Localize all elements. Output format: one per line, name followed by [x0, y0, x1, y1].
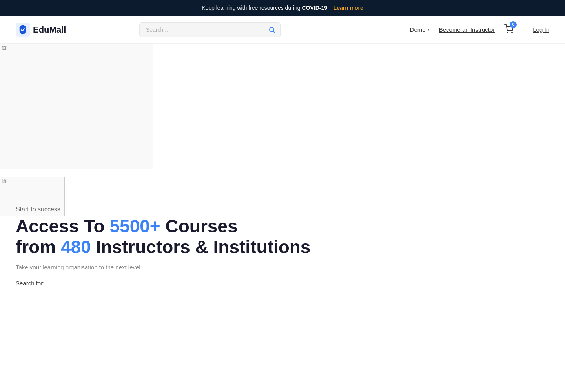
announcement-text: Keep learning with free resources during: [202, 5, 302, 11]
hero-title-part3: from: [16, 237, 61, 257]
demo-nav-link[interactable]: Demo ▾: [410, 26, 430, 33]
cart-badge: 0: [510, 21, 517, 28]
logo-icon: [16, 23, 30, 37]
hero-title-part2: Courses: [160, 216, 238, 236]
hero-title: Access To 5500+ Courses from 480 Instruc…: [16, 216, 549, 258]
broken-image-icon: 🖼: [2, 45, 7, 51]
search-wrapper: [139, 22, 281, 37]
search-for-label: Search for:: [16, 280, 549, 287]
logo[interactable]: EduMall: [16, 23, 71, 37]
hero-title-highlight1: 5500+: [109, 216, 160, 236]
logo-text: EduMall: [33, 25, 66, 35]
svg-line-2: [273, 31, 275, 33]
hero-section: 🖼 🖼 Start to success Access To 5500+ Cou…: [0, 44, 565, 287]
nav-right: Demo ▾ Become an Instructor 0 Log In: [410, 24, 549, 35]
nav-divider: [523, 25, 523, 34]
svg-point-4: [512, 32, 512, 33]
search-button[interactable]: [263, 22, 281, 37]
hero-title-part1: Access To: [16, 216, 109, 236]
svg-point-3: [507, 32, 508, 33]
logo-edu: Edu: [33, 25, 49, 34]
become-instructor-link[interactable]: Become an Instructor: [439, 26, 495, 33]
hero-content: Start to success Access To 5500+ Courses…: [0, 190, 565, 287]
login-link[interactable]: Log In: [533, 26, 549, 33]
announcement-highlight: COVID-19.: [302, 5, 328, 11]
chevron-down-icon: ▾: [427, 27, 430, 32]
cart-button[interactable]: 0: [504, 24, 514, 35]
hero-subtitle: Start to success: [16, 206, 549, 213]
announcement-bar: Keep learning with free resources during…: [0, 0, 565, 16]
hero-title-highlight2: 480: [61, 237, 91, 257]
demo-label: Demo: [410, 26, 426, 33]
broken-image-icon-small: 🖼: [2, 179, 7, 184]
learn-more-link[interactable]: Learn more: [334, 5, 363, 11]
logo-mall: Mall: [49, 25, 66, 34]
hero-description: Take your learning organisation to the n…: [16, 264, 549, 270]
search-input[interactable]: [139, 22, 281, 37]
hero-title-part4: Instructors & Institutions: [91, 237, 311, 257]
header: EduMall Demo ▾ Become an Instructor 0: [0, 16, 565, 44]
hero-image-large: 🖼: [0, 44, 153, 169]
search-icon: [268, 26, 275, 33]
